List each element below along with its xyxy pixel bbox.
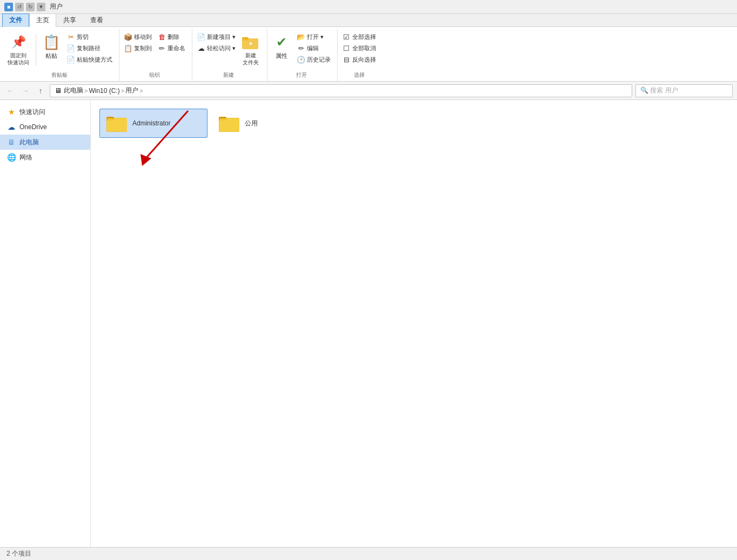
- folder-icon-administrator: [106, 114, 128, 133]
- deselect-all-button[interactable]: ☐ 全部取消: [340, 43, 378, 54]
- easy-access-button[interactable]: ☁ 轻松访问 ▾: [195, 43, 238, 54]
- ribbon-group-clipboard: 📌 固定到快速访问 📋 粘贴 ✂ 剪切 📄 复制路径 📄 粘贴快: [2, 29, 119, 81]
- move-to-button[interactable]: 📦 移动到: [122, 31, 154, 42]
- copy-to-label: 复制到: [134, 44, 152, 52]
- edit-icon: ✏: [297, 44, 305, 52]
- organize-content: 📦 移动到 📋 复制到 🗑 删除 ✏ 重命名: [122, 29, 187, 70]
- open-content: ✔ 属性 📂 打开 ▾ ✏ 编辑 🕑 历史记录: [270, 29, 333, 70]
- new-item-icon: 📄: [197, 32, 205, 41]
- open-col: 📂 打开 ▾ ✏ 编辑 🕑 历史记录: [294, 31, 333, 65]
- title-bar-icons: ■ ↺ ↻ ▼: [4, 3, 45, 11]
- rename-button[interactable]: ✏ 重命名: [155, 43, 187, 54]
- deselect-all-label: 全部取消: [352, 44, 376, 52]
- address-input[interactable]: 🖥 此电脑 > Win10 (C:) > 用户 >: [50, 84, 632, 97]
- tab-file[interactable]: 文件: [2, 14, 29, 27]
- network-icon: 🌐: [6, 152, 16, 162]
- copy-path-label: 复制路径: [77, 44, 100, 52]
- copy-path-icon: 📄: [66, 44, 75, 52]
- new-folder-button[interactable]: + 新建文件夹: [239, 31, 263, 68]
- star-icon: ★: [6, 107, 16, 117]
- svg-rect-9: [219, 118, 239, 131]
- sidebar: ★ 快速访问 ☁ OneDrive 🖥 此电脑 🌐 网络: [0, 100, 91, 547]
- clipboard-label: 剪贴板: [4, 70, 115, 81]
- sidebar-item-network[interactable]: 🌐 网络: [0, 150, 90, 165]
- title-icon-2[interactable]: ↺: [15, 3, 24, 11]
- open-label: 打开: [270, 70, 333, 81]
- this-pc-label: 此电脑: [19, 138, 39, 147]
- new-content: 📄 新建项目 ▾ ☁ 轻松访问 ▾ + 新建文件夹: [195, 29, 263, 70]
- properties-icon: ✔: [273, 34, 290, 51]
- clipboard-content: 📌 固定到快速访问 📋 粘贴 ✂ 剪切 📄 复制路径 📄 粘贴快: [4, 29, 115, 70]
- open-icon: 📂: [297, 32, 305, 41]
- cut-icon: ✂: [66, 32, 75, 41]
- clipboard-col: ✂ 剪切 📄 复制路径 📄 粘贴快捷方式: [64, 31, 115, 65]
- tab-share[interactable]: 共享: [56, 14, 83, 26]
- select-all-button[interactable]: ☑ 全部选择: [340, 31, 378, 42]
- search-box[interactable]: 🔍 搜索 用户: [635, 84, 733, 97]
- history-icon: 🕑: [297, 55, 305, 64]
- title-bar: ■ ↺ ↻ ▼ 用户: [0, 0, 737, 14]
- sidebar-item-quick-access[interactable]: ★ 快速访问: [0, 104, 90, 119]
- title-icon-4[interactable]: ▼: [37, 3, 45, 11]
- delete-button[interactable]: 🗑 删除: [155, 31, 187, 42]
- paste-icon: 📋: [43, 34, 60, 51]
- paste-shortcut-icon: 📄: [66, 55, 75, 64]
- folder-icon-public: [219, 114, 240, 133]
- move-label: 移动到: [134, 33, 152, 41]
- select-all-label: 全部选择: [352, 33, 376, 41]
- quick-access-label: 快速访问: [19, 108, 45, 117]
- address-bar: ← → ↑ 🖥 此电脑 > Win10 (C:) > 用户 > 🔍 搜索 用户: [0, 82, 737, 100]
- copy-path-button[interactable]: 📄 复制路径: [64, 43, 115, 54]
- select-label: 选择: [340, 70, 378, 81]
- pin-label: 固定到快速访问: [8, 52, 29, 66]
- tab-home[interactable]: 主页: [29, 14, 56, 27]
- organize-label: 组织: [122, 70, 187, 81]
- ribbon-group-new: 📄 新建项目 ▾ ☁ 轻松访问 ▾ + 新建文件夹: [192, 29, 267, 81]
- back-button[interactable]: ←: [4, 85, 16, 97]
- cut-label: 剪切: [77, 33, 89, 41]
- sidebar-item-onedrive[interactable]: ☁ OneDrive: [0, 119, 90, 135]
- easy-access-icon: ☁: [197, 44, 205, 52]
- pc-icon: 🖥: [6, 137, 16, 147]
- invert-select-label: 反向选择: [352, 56, 376, 64]
- ribbon-tabs: 文件 主页 共享 查看: [0, 14, 737, 27]
- sidebar-item-this-pc[interactable]: 🖥 此电脑: [0, 135, 90, 150]
- content-area: Administrator 公用: [91, 100, 737, 547]
- new-item-button[interactable]: 📄 新建项目 ▾: [195, 31, 238, 42]
- folder-public[interactable]: 公用: [212, 109, 320, 138]
- deselect-all-icon: ☐: [342, 44, 351, 52]
- paste-shortcut-button[interactable]: 📄 粘贴快捷方式: [64, 54, 115, 65]
- rename-icon: ✏: [157, 44, 166, 52]
- svg-text:+: +: [249, 39, 253, 48]
- open-button[interactable]: 📂 打开 ▾: [294, 31, 333, 42]
- cloud-icon: ☁: [6, 122, 16, 132]
- properties-button[interactable]: ✔ 属性: [270, 31, 293, 62]
- tab-view[interactable]: 查看: [83, 14, 110, 26]
- select-content: ☑ 全部选择 ☐ 全部取消 ⊟ 反向选择: [340, 29, 378, 70]
- move-icon: 📦: [124, 32, 132, 41]
- title-icon-1[interactable]: ■: [4, 3, 13, 11]
- up-button[interactable]: ↑: [35, 85, 46, 97]
- forward-button[interactable]: →: [19, 85, 31, 97]
- status-bar: 2 个项目: [0, 547, 737, 560]
- svg-marker-11: [140, 154, 151, 166]
- properties-label: 属性: [276, 52, 287, 60]
- ribbon-group-select: ☑ 全部选择 ☐ 全部取消 ⊟ 反向选择 选择: [338, 29, 383, 81]
- easy-access-label: 轻松访问 ▾: [207, 44, 236, 52]
- paste-button[interactable]: 📋 粘贴: [39, 31, 63, 62]
- new-col: 📄 新建项目 ▾ ☁ 轻松访问 ▾: [195, 31, 238, 54]
- edit-label: 编辑: [307, 44, 319, 52]
- history-label: 历史记录: [307, 56, 331, 64]
- history-button[interactable]: 🕑 历史记录: [294, 54, 333, 65]
- copy-to-button[interactable]: 📋 复制到: [122, 43, 154, 54]
- edit-button[interactable]: ✏ 编辑: [294, 43, 333, 54]
- delete-icon: 🗑: [157, 32, 166, 41]
- title-icon-3[interactable]: ↻: [26, 3, 35, 11]
- folder-name-public: 公用: [245, 119, 258, 128]
- invert-select-button[interactable]: ⊟ 反向选择: [340, 54, 378, 65]
- folder-administrator[interactable]: Administrator: [99, 109, 207, 138]
- pin-to-quick-access-button[interactable]: 📌 固定到快速访问: [4, 31, 32, 68]
- ribbon-group-open: ✔ 属性 📂 打开 ▾ ✏ 编辑 🕑 历史记录 打开: [267, 29, 338, 81]
- cut-button[interactable]: ✂ 剪切: [64, 31, 115, 42]
- select-col: ☑ 全部选择 ☐ 全部取消 ⊟ 反向选择: [340, 31, 378, 65]
